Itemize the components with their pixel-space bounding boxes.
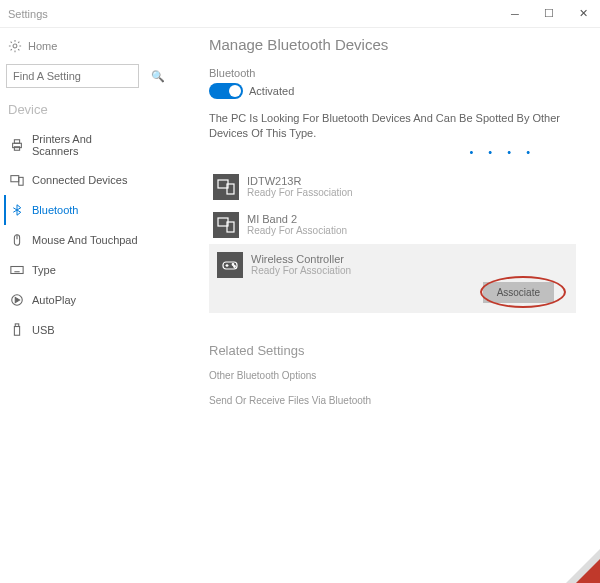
svg-rect-8 [11,267,23,274]
bluetooth-icon [10,203,24,217]
sidebar-item-label: USB [32,324,55,336]
usb-icon [10,323,24,337]
device-info: MI Band 2 Ready For Association [247,213,347,236]
mouse-icon [10,233,24,247]
search-input[interactable] [13,70,151,82]
printer-icon [10,138,24,152]
scanning-dots: • • • • [209,146,576,158]
home-link[interactable]: Home [6,34,145,58]
sidebar-item-connected[interactable]: Connected Devices [6,165,145,195]
svg-rect-3 [14,147,19,151]
sidebar-item-type[interactable]: Type [6,255,145,285]
sidebar-item-bluetooth[interactable]: Bluetooth [4,195,145,225]
sidebar-item-usb[interactable]: USB [6,315,145,345]
device-info: Wireless Controller Ready For Associatio… [251,253,351,276]
associate-row: Associate [213,282,572,303]
device-status: Ready For Fassociation [247,187,353,198]
sidebar-section: Device [6,98,145,125]
devices-icon [10,173,24,187]
bluetooth-toggle[interactable] [209,83,243,99]
page-title: Manage Bluetooth Devices [209,36,576,53]
bluetooth-heading: Bluetooth [209,67,576,79]
device-name: Wireless Controller [251,253,351,265]
gear-icon [8,39,22,53]
titlebar: Settings ─ ☐ ✕ [0,0,600,28]
close-button[interactable]: ✕ [566,0,600,28]
device-row-selected[interactable]: Wireless Controller Ready For Associatio… [213,246,572,282]
window-title: Settings [8,8,498,20]
device-row[interactable]: IDTW213R Ready For Fassociation [209,168,576,206]
svg-point-24 [234,265,236,267]
selected-device-block: Wireless Controller Ready For Associatio… [209,244,576,313]
corner-logo [552,549,600,583]
gamepad-icon [217,252,243,278]
device-status: Ready For Association [247,225,347,236]
autoplay-icon [10,293,24,307]
sidebar-item-label: AutoPlay [32,294,76,306]
bluetooth-toggle-row: Activated [209,83,576,99]
sidebar-item-label: Bluetooth [32,204,78,216]
content-area: Home 🔍 Device Printers And Scanners Conn… [0,28,600,583]
associate-button[interactable]: Associate [483,282,554,303]
keyboard-icon [10,263,24,277]
device-row[interactable]: MI Band 2 Ready For Association [209,206,576,244]
svg-rect-15 [15,324,19,327]
device-status: Ready For Association [251,265,351,276]
svg-point-23 [232,263,234,265]
svg-rect-14 [14,327,19,336]
device-name: MI Band 2 [247,213,347,225]
minimize-button[interactable]: ─ [498,0,532,28]
related-settings-heading: Related Settings [209,343,576,358]
related-link-files[interactable]: Send Or Receive Files Via Bluetooth [209,395,576,406]
status-text: The PC Is Looking For Bluetooth Devices … [209,111,576,142]
svg-rect-2 [14,140,19,144]
maximize-button[interactable]: ☐ [532,0,566,28]
home-label: Home [28,40,57,52]
monitor-icon [213,212,239,238]
monitor-icon [213,174,239,200]
sidebar-item-label: Connected Devices [32,174,127,186]
main-panel: Manage Bluetooth Devices Bluetooth Activ… [145,28,600,583]
sidebar-item-printers[interactable]: Printers And Scanners [6,125,145,165]
window-controls: ─ ☐ ✕ [498,0,600,28]
related-link-options[interactable]: Other Bluetooth Options [209,370,576,381]
sidebar: Home 🔍 Device Printers And Scanners Conn… [0,28,145,583]
sidebar-item-label: Type [32,264,56,276]
sidebar-item-label: Printers And Scanners [32,133,141,157]
search-box[interactable]: 🔍 [6,64,139,88]
sidebar-item-mouse[interactable]: Mouse And Touchpad [6,225,145,255]
svg-point-0 [13,44,17,48]
sidebar-item-label: Mouse And Touchpad [32,234,138,246]
device-info: IDTW213R Ready For Fassociation [247,175,353,198]
toggle-label: Activated [249,85,294,97]
svg-rect-4 [11,176,19,182]
device-name: IDTW213R [247,175,353,187]
svg-rect-5 [19,177,23,185]
sidebar-item-autoplay[interactable]: AutoPlay [6,285,145,315]
